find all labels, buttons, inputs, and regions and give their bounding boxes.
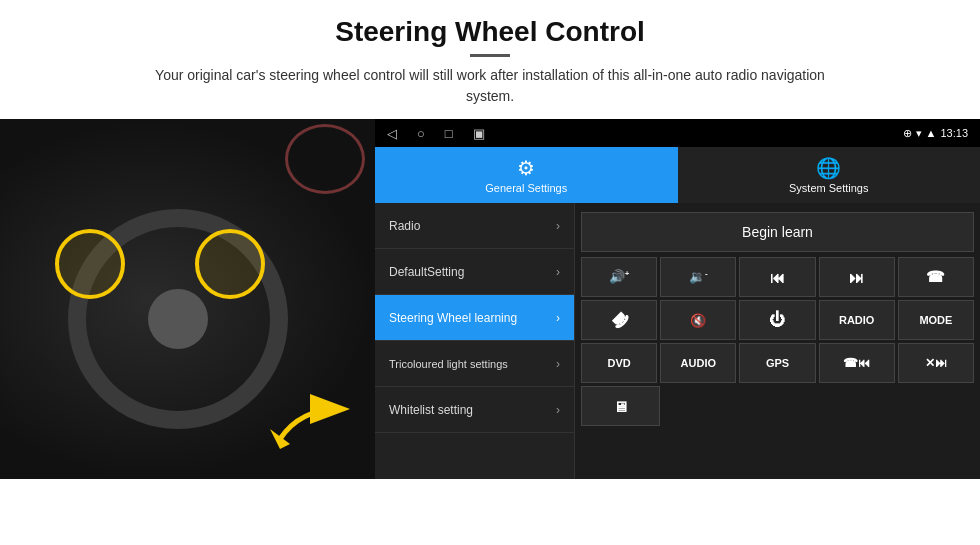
highlight-right-buttons — [195, 229, 265, 299]
bottom-icon-row: 🖥 — [581, 386, 974, 426]
mute-icon: 🔇 — [690, 313, 706, 328]
subtitle: Your original car's steering wheel contr… — [140, 65, 840, 107]
power-icon: ⏻ — [769, 311, 785, 329]
phone-answer-button[interactable]: ☎ — [898, 257, 974, 297]
main-content: ◁ ○ □ ▣ ⊕ ▾ ▲ 13:13 ⚙ General Settings 🌐… — [0, 119, 980, 479]
menu-item-whitelist[interactable]: Whitelist setting › — [375, 387, 574, 433]
vol-up-icon: 🔊+ — [609, 269, 630, 284]
left-menu: Radio › DefaultSetting › Steering Wheel … — [375, 203, 575, 479]
power-button[interactable]: ⏻ — [739, 300, 815, 340]
status-bar: ◁ ○ □ ▣ ⊕ ▾ ▲ 13:13 — [375, 119, 980, 147]
back-icon[interactable]: ◁ — [387, 126, 397, 141]
location-icon: ⊕ — [903, 127, 912, 140]
display-button[interactable]: 🖥 — [581, 386, 660, 426]
highlight-left-buttons — [55, 229, 125, 299]
vol-down-icon: 🔉- — [689, 269, 708, 284]
next-button[interactable]: ⏭ — [819, 257, 895, 297]
status-icons: ⊕ ▾ ▲ 13:13 — [903, 127, 968, 140]
clock: 13:13 — [940, 127, 968, 139]
phone-end-icon: ☎ — [606, 307, 632, 333]
mute-next-button[interactable]: ✕⏭ — [898, 343, 974, 383]
phone-end-button[interactable]: ☎ — [581, 300, 657, 340]
screenshot-icon[interactable]: ▣ — [473, 126, 485, 141]
recents-icon[interactable]: □ — [445, 126, 453, 141]
menu-item-tricoloured[interactable]: Tricoloured light settings › — [375, 341, 574, 387]
phone-answer-icon: ☎ — [926, 268, 945, 286]
control-grid-row3: DVD AUDIO GPS ☎⏮ ✕⏭ — [581, 343, 974, 383]
android-ui: ◁ ○ □ ▣ ⊕ ▾ ▲ 13:13 ⚙ General Settings 🌐… — [375, 119, 980, 479]
chevron-icon: › — [556, 265, 560, 279]
phone-prev-button[interactable]: ☎⏮ — [819, 343, 895, 383]
page-title: Steering Wheel Control — [0, 0, 980, 48]
steering-wheel-area — [0, 119, 375, 479]
phone-prev-icon: ☎⏮ — [843, 356, 870, 370]
menu-item-steering[interactable]: Steering Wheel learning › — [375, 295, 574, 341]
menu-item-default[interactable]: DefaultSetting › — [375, 249, 574, 295]
dvd-button[interactable]: DVD — [581, 343, 657, 383]
prev-icon: ⏮ — [770, 269, 785, 286]
right-panel: Begin learn 🔊+ 🔉- ⏮ ⏭ — [575, 203, 980, 479]
mode-label: MODE — [919, 314, 952, 326]
mute-button[interactable]: 🔇 — [660, 300, 736, 340]
mode-button[interactable]: MODE — [898, 300, 974, 340]
control-grid-row2: ☎ 🔇 ⏻ RADIO MODE — [581, 300, 974, 340]
wifi-icon: ▾ — [916, 127, 922, 140]
control-grid-row1: 🔊+ 🔉- ⏮ ⏭ ☎ — [581, 257, 974, 297]
audio-label: AUDIO — [681, 357, 716, 369]
gauge-hint — [285, 124, 365, 194]
vol-down-button[interactable]: 🔉- — [660, 257, 736, 297]
nav-icons: ◁ ○ □ ▣ — [387, 126, 485, 141]
title-divider — [470, 54, 510, 57]
gear-icon: ⚙ — [517, 156, 535, 180]
audio-button[interactable]: AUDIO — [660, 343, 736, 383]
chevron-icon: › — [556, 403, 560, 417]
mute-next-icon: ✕⏭ — [925, 356, 947, 370]
tab-system-label: System Settings — [789, 182, 868, 194]
home-icon[interactable]: ○ — [417, 126, 425, 141]
radio-button[interactable]: RADIO — [819, 300, 895, 340]
tab-system[interactable]: 🌐 System Settings — [678, 147, 981, 203]
steering-wheel-center — [148, 289, 208, 349]
arrow-icon — [270, 389, 360, 459]
chevron-icon: › — [556, 311, 560, 325]
tab-general[interactable]: ⚙ General Settings — [375, 147, 678, 203]
globe-icon: 🌐 — [816, 156, 841, 180]
radio-label: RADIO — [839, 314, 874, 326]
gps-button[interactable]: GPS — [739, 343, 815, 383]
gps-label: GPS — [766, 357, 789, 369]
dvd-label: DVD — [607, 357, 630, 369]
display-icon: 🖥 — [613, 398, 628, 415]
begin-learn-row: Begin learn — [581, 209, 974, 255]
content-area: Radio › DefaultSetting › Steering Wheel … — [375, 203, 980, 479]
vol-up-button[interactable]: 🔊+ — [581, 257, 657, 297]
tabs-row: ⚙ General Settings 🌐 System Settings — [375, 147, 980, 203]
chevron-icon: › — [556, 219, 560, 233]
begin-learn-button[interactable]: Begin learn — [581, 212, 974, 252]
signal-icon: ▲ — [926, 127, 937, 139]
menu-item-radio[interactable]: Radio › — [375, 203, 574, 249]
tab-general-label: General Settings — [485, 182, 567, 194]
chevron-icon: › — [556, 357, 560, 371]
prev-button[interactable]: ⏮ — [739, 257, 815, 297]
next-icon: ⏭ — [849, 269, 864, 286]
